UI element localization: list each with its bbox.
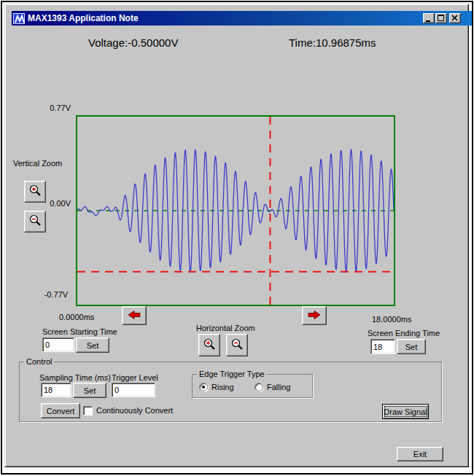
screen-starting-time-label: Screen Starting Time [42,327,117,336]
title-bar[interactable]: MAX1393 Application Note [12,11,472,26]
rising-radio[interactable]: Rising [199,383,234,391]
time-readout: Time:10.96875ms [289,36,376,49]
minimize-button[interactable] [423,13,435,23]
horizontal-zoom-label: Horizontal Zoom [196,324,255,332]
magnifier-plus-icon [202,338,217,354]
voltage-readout: Voltage:-0.50000V [88,36,178,49]
screen-starting-time-input[interactable] [42,338,74,352]
falling-radio[interactable]: Falling [255,383,290,391]
radio-unselected-icon [255,383,263,391]
x-axis-start-label: 0.0000ms [59,313,94,321]
draw-signal-button[interactable]: Draw Signal [382,404,429,419]
control-groupbox-label: Control [24,357,54,366]
continuously-convert-label: Continuously Convert [96,406,173,415]
window-title: MAX1393 Application Note [28,13,139,23]
edge-trigger-label: Edge Trigger Type [197,370,267,378]
magnifier-minus-icon [230,338,244,354]
app-window: MAX1393 Application Note Voltage:-0.5000… [4,4,469,467]
trigger-level-input[interactable] [112,383,155,397]
pan-left-button[interactable] [122,306,147,325]
screenshot-page: MAX1393 Application Note Voltage:-0.5000… [0,0,474,476]
vertical-zoom-in-button[interactable] [24,181,46,203]
arrow-left-icon [127,310,141,321]
vertical-zoom-out-button[interactable] [24,211,46,233]
arrow-right-icon [307,310,322,321]
exit-button[interactable]: Exit [397,447,443,461]
continuously-convert-checkbox[interactable] [83,406,93,415]
sampling-time-set-button[interactable]: Set [73,383,106,398]
y-axis-top-label: 0.77V [34,104,71,112]
magnifier-minus-icon [28,214,42,230]
pan-right-button[interactable] [302,306,327,325]
screen-ending-time-label: Screen Ending Time [368,329,440,338]
x-axis-end-label: 18.0000ms [372,315,411,324]
magnifier-plus-icon [28,184,42,200]
screen-ending-time-input[interactable] [370,339,395,354]
maxim-logo-icon [13,13,25,24]
screen-starting-time-set-button[interactable]: Set [76,338,109,353]
horizontal-zoom-out-button[interactable] [226,334,248,356]
convert-button[interactable]: Convert [41,403,80,418]
vertical-zoom-label: Vertical Zoom [13,159,62,168]
trigger-level-label: Trigger Level [112,373,158,382]
rising-radio-label: Rising [211,383,234,391]
radio-selected-icon [199,383,208,391]
y-axis-bottom-label: -0.77V [31,290,68,299]
waveform-plot[interactable] [76,115,395,306]
horizontal-zoom-in-button[interactable] [198,334,220,356]
sampling-time-label: Sampling Time (ms) [39,373,111,382]
falling-radio-label: Falling [267,383,290,391]
sampling-time-input[interactable] [41,383,71,397]
close-button[interactable] [449,13,461,23]
maximize-button[interactable] [435,13,447,23]
screen-ending-time-set-button[interactable]: Set [397,339,426,354]
